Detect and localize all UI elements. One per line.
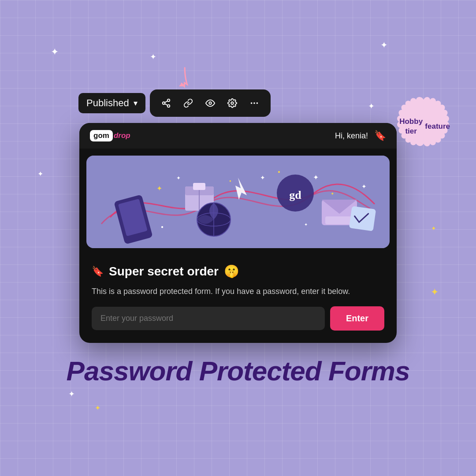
- header-right: Hi, kenia! 🔖: [335, 130, 386, 141]
- gear-icon: [227, 98, 237, 108]
- main-card: gom drop Hi, kenia! 🔖: [79, 123, 397, 343]
- settings-button[interactable]: [222, 93, 242, 113]
- hobby-badge-line2: feature: [425, 122, 450, 131]
- password-input[interactable]: [92, 307, 325, 330]
- svg-text:●: ●: [278, 169, 280, 174]
- share-icon: [161, 98, 171, 108]
- hero-illustration: gd ✦ ✦ ✦ ● ✦: [86, 156, 390, 248]
- svg-point-10: [256, 102, 258, 104]
- logo-gom-text: gom: [93, 131, 109, 140]
- hobby-badge-text: Hobby tier feature: [397, 100, 450, 153]
- form-emoji: 🤫: [224, 264, 239, 279]
- form-title: Super secret order: [109, 264, 219, 279]
- svg-text:✦: ✦: [313, 174, 319, 181]
- password-row: Enter: [92, 306, 384, 331]
- enter-button-label: Enter: [346, 313, 368, 323]
- link-icon: [183, 98, 193, 108]
- bottom-title: Password Protected Forms: [67, 355, 410, 387]
- form-title-row: 🔖 Super secret order 🤫: [92, 264, 384, 279]
- arrow-svg: [171, 63, 194, 89]
- bookmark-icon: 🔖: [374, 130, 386, 141]
- svg-text:✦: ✦: [156, 185, 162, 192]
- svg-line-5: [165, 101, 167, 103]
- published-dropdown[interactable]: Published ▾: [78, 93, 145, 113]
- svg-line-4: [165, 104, 167, 105]
- svg-text:✦: ✦: [260, 174, 265, 181]
- more-icon: [249, 98, 259, 108]
- svg-text:●: ●: [229, 179, 231, 183]
- svg-point-8: [250, 102, 252, 104]
- svg-rect-27: [325, 216, 353, 224]
- arrow-pointer: [170, 63, 194, 93]
- published-label: Published: [86, 97, 129, 109]
- share-button[interactable]: [156, 93, 176, 113]
- hobby-badge-line1: Hobby tier: [397, 117, 425, 136]
- more-button[interactable]: [244, 93, 264, 113]
- svg-text:✦: ✦: [176, 175, 181, 181]
- card-header: gom drop Hi, kenia! 🔖: [79, 123, 397, 149]
- link-button[interactable]: [178, 93, 198, 113]
- eye-icon: [205, 98, 215, 108]
- svg-text:✦: ✦: [304, 222, 308, 227]
- svg-text:✦: ✦: [361, 183, 367, 190]
- svg-point-9: [253, 102, 255, 104]
- chevron-down-icon: ▾: [134, 98, 138, 108]
- form-area: 🔖 Super secret order 🤫 This is a passwor…: [79, 255, 397, 343]
- logo-drop-text: drop: [114, 131, 130, 140]
- svg-text:gd: gd: [289, 189, 301, 201]
- form-bookmark-icon: 🔖: [92, 266, 104, 277]
- preview-button[interactable]: [200, 93, 220, 113]
- greeting-text: Hi, kenia!: [335, 131, 368, 141]
- toolbar-icons-group: [150, 89, 271, 117]
- hobby-tier-badge: Hobby tier feature: [393, 96, 454, 157]
- svg-text:●: ●: [161, 224, 164, 229]
- svg-text:✦: ✦: [331, 191, 334, 196]
- main-content: Published ▾: [0, 0, 476, 476]
- logo-gom-box: gom: [90, 130, 113, 141]
- form-description: This is a password protected form. If yo…: [92, 286, 384, 298]
- svg-rect-17: [193, 183, 205, 190]
- logo: gom drop: [90, 130, 130, 141]
- svg-point-7: [231, 102, 234, 104]
- enter-button[interactable]: Enter: [330, 306, 384, 331]
- hero-svg: gd ✦ ✦ ✦ ● ✦: [86, 156, 390, 248]
- svg-point-6: [209, 102, 212, 104]
